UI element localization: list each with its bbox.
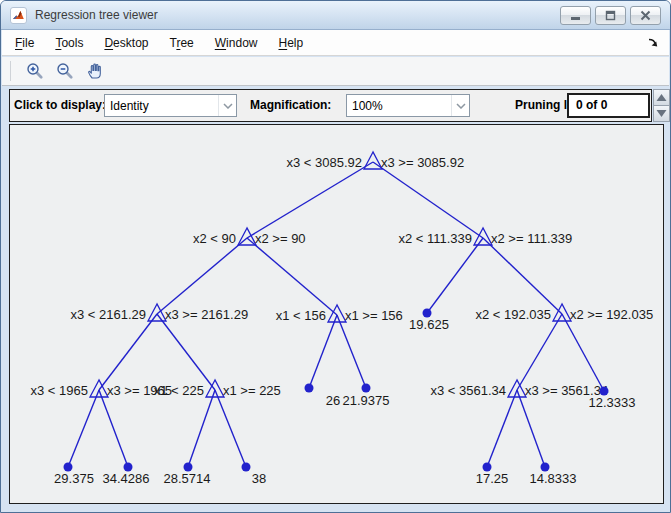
tree-canvas[interactable]: x3 < 3085.92x3 >= 3085.92x2 < 90x2 >= 90…	[9, 124, 664, 504]
leaf-node-dot[interactable]	[362, 384, 371, 393]
leaf-value-label: 17.25	[476, 471, 509, 486]
menu-file[interactable]: File	[15, 36, 34, 50]
branch-right-label: x3 >= 2161.29	[165, 307, 248, 322]
click-to-display-dropdown[interactable]: Identity	[104, 94, 237, 117]
menu-help[interactable]: Help	[279, 36, 304, 50]
matlab-app-icon	[10, 6, 28, 24]
branch-left-label: x3 < 3561.34	[430, 383, 506, 398]
regression-tree-viewer-window: Regression tree viewer FileToolsDesktopT…	[0, 0, 671, 513]
zoom-out-icon[interactable]	[53, 60, 76, 83]
spinner-up-button[interactable]	[653, 89, 670, 106]
control-bar: Click to display: Identity Magnification…	[9, 89, 652, 122]
tree-edge	[68, 390, 99, 467]
spinner-down-button[interactable]	[653, 106, 670, 122]
leaf-value-label: 14.8333	[530, 471, 577, 486]
menu-tree[interactable]: Tree	[170, 36, 194, 50]
leaf-value-label: 26	[326, 393, 340, 408]
leaf-value-label: 21.9375	[343, 393, 390, 408]
pruning-level-spinner	[653, 89, 670, 122]
leaf-value-label: 38	[252, 471, 266, 486]
tree-edge	[99, 314, 157, 390]
branch-node-triangle[interactable]	[148, 304, 166, 321]
branch-right-label: x1 >= 156	[345, 308, 403, 323]
menu-desktop[interactable]: Desktop	[104, 36, 148, 50]
branch-left-label: x1 < 225	[154, 383, 204, 398]
window-controls	[560, 6, 664, 25]
menubar: FileToolsDesktopTreeWindowHelp	[2, 30, 669, 56]
branch-right-label: x2 >= 111.339	[491, 231, 572, 246]
menubar-items: FileToolsDesktopTreeWindowHelp	[15, 36, 324, 50]
pan-hand-icon[interactable]	[83, 60, 106, 83]
leaf-value-label: 34.4286	[103, 471, 150, 486]
tree-edge	[157, 314, 215, 390]
chevron-down-icon	[451, 95, 469, 116]
branch-left-label: x3 < 1965	[31, 383, 88, 398]
titlebar[interactable]: Regression tree viewer	[1, 1, 670, 30]
branch-right-label: x2 >= 192.035	[570, 307, 653, 322]
window-title: Regression tree viewer	[35, 8, 158, 22]
tree-edge	[309, 315, 337, 388]
branch-left-label: x2 < 192.035	[475, 307, 551, 322]
tree-edge	[487, 390, 517, 467]
leaf-node-dot[interactable]	[305, 384, 314, 393]
tree-edge	[373, 162, 483, 238]
branch-right-label: x3 >= 3085.92	[381, 155, 464, 170]
menu-tools[interactable]: Tools	[55, 36, 83, 50]
tree-edge	[247, 238, 337, 315]
leaf-value-label: 28.5714	[164, 471, 211, 486]
leaf-node-dot[interactable]	[242, 463, 251, 472]
branch-left-label: x2 < 111.339	[398, 231, 472, 246]
magnification-value: 100%	[347, 99, 451, 113]
minimize-button[interactable]	[560, 6, 591, 25]
chevron-down-icon	[218, 95, 236, 116]
leaf-value-label: 12.3333	[589, 395, 636, 410]
tree-edge	[517, 314, 562, 390]
toolbar	[2, 57, 669, 86]
tree-edge	[157, 238, 247, 314]
tree-edge	[188, 390, 215, 467]
close-button[interactable]	[630, 6, 661, 25]
tree-edge	[562, 314, 604, 391]
tree-edge	[483, 238, 562, 314]
branch-left-label: x1 < 156	[276, 308, 326, 323]
click-to-display-value: Identity	[105, 99, 218, 113]
click-to-display-label: Click to display:	[14, 90, 106, 121]
branch-node-triangle[interactable]	[328, 305, 346, 322]
menu-window[interactable]: Window	[215, 36, 258, 50]
tree-edge	[247, 162, 373, 238]
branch-left-label: x3 < 2161.29	[70, 307, 146, 322]
branch-left-label: x2 < 90	[193, 231, 236, 246]
restore-button[interactable]	[595, 6, 626, 25]
leaf-value-label: 19.625	[409, 317, 449, 332]
branch-right-label: x2 >= 90	[255, 231, 306, 246]
branch-right-label: x1 >= 225	[223, 383, 281, 398]
branch-node-triangle[interactable]	[553, 304, 571, 321]
tree-edge	[99, 390, 128, 467]
zoom-in-icon[interactable]	[23, 60, 46, 83]
magnification-label: Magnification:	[250, 90, 331, 121]
leaf-value-label: 29.375	[54, 471, 94, 486]
branch-node-triangle[interactable]	[508, 380, 526, 397]
tree-edge	[215, 390, 246, 467]
pruning-level-field[interactable]: 0 of 0	[567, 93, 650, 118]
branch-node-triangle[interactable]	[474, 228, 492, 245]
tree-edge	[517, 390, 545, 467]
branch-left-label: x3 < 3085.92	[286, 155, 362, 170]
tree-svg: x3 < 3085.92x3 >= 3085.92x2 < 90x2 >= 90…	[10, 125, 663, 503]
tree-edge	[337, 315, 366, 388]
magnification-dropdown[interactable]: 100%	[346, 94, 470, 117]
tree-edge	[427, 238, 483, 313]
dock-arrow-icon[interactable]	[647, 37, 659, 49]
